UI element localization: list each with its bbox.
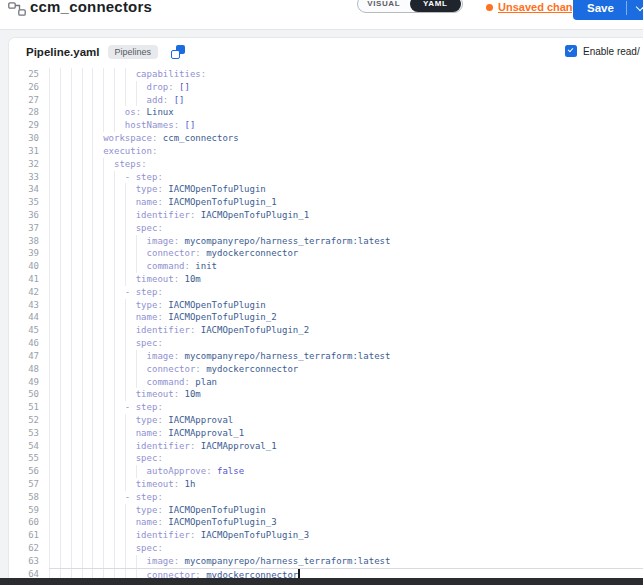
code-line[interactable]: 60 name: IACMOpenTofuPlugin_3 [9,516,643,529]
save-options-button[interactable] [627,7,643,10]
line-number: 36 [9,209,39,222]
code-line[interactable]: 45 identifier: IACMOpenTofuPlugin_2 [9,324,643,337]
code-line[interactable]: 39 connector: mydockerconnector [9,247,643,260]
code-line[interactable]: 36 identifier: IACMOpenTofuPlugin_1 [9,209,643,222]
file-name-tab[interactable]: Pipeline.yaml [26,46,100,58]
code-line-text[interactable]: - step: [49,171,643,184]
code-line-text[interactable]: timeout: 10m [49,273,643,286]
code-line-text[interactable]: drop: [] [49,81,643,94]
code-line[interactable]: 55 spec: [9,452,643,465]
code-line[interactable]: 28 os: Linux [9,106,643,119]
code-line-text[interactable]: connector: mydockerconnector [49,363,643,376]
code-line-text[interactable]: - step: [49,491,643,504]
code-line-text[interactable]: command: plan [49,376,643,389]
code-line[interactable]: 40 command: init [9,260,643,273]
check-icon [568,46,574,52]
code-line-text[interactable]: image: mycompanyrepo/harness_terraform:l… [49,350,643,363]
code-line[interactable]: 27 add: [] [9,94,643,107]
code-line[interactable]: 49 command: plan [9,376,643,389]
code-line[interactable]: 54 identifier: IACMApproval_1 [9,440,643,453]
code-line-text[interactable]: add: [] [49,94,643,107]
code-line-text[interactable]: connector: mydockerconnector [49,247,643,260]
save-button[interactable]: Save [573,2,626,14]
code-line[interactable]: 26 drop: [] [9,81,643,94]
code-line-text[interactable]: identifier: IACMApproval_1 [49,440,643,453]
code-line[interactable]: 34 type: IACMOpenTofuPlugin [9,183,643,196]
code-line[interactable]: 31 execution: [9,145,643,158]
code-line[interactable]: 30 workspace: ccm_connectors [9,132,643,145]
code-line-text[interactable]: hostNames: [] [49,119,643,132]
code-line-text[interactable]: execution: [49,145,643,158]
panel-header: Pipeline.yaml Pipelines Enable read/ [9,38,643,65]
code-line-text[interactable]: type: IACMOpenTofuPlugin [49,299,643,312]
code-line-text[interactable]: type: IACMOpenTofuPlugin [49,504,643,517]
code-line-text[interactable]: autoApprove: false [49,465,643,478]
code-line[interactable]: 48 connector: mydockerconnector [9,363,643,376]
code-line[interactable]: 62 spec: [9,542,643,555]
code-line-text[interactable]: - step: [49,286,643,299]
code-line-text[interactable]: timeout: 10m [49,388,643,401]
code-line[interactable]: 35 name: IACMOpenTofuPlugin_1 [9,196,643,209]
code-line-text[interactable]: name: IACMOpenTofuPlugin_3 [49,516,643,529]
code-line-text[interactable]: spec: [49,542,643,555]
code-line-text[interactable]: image: mycompanyrepo/harness_terraform:l… [49,555,643,568]
code-line-text[interactable]: name: IACMOpenTofuPlugin_2 [49,311,643,324]
code-line[interactable]: 52 type: IACMApproval [9,414,643,427]
toggle-yaml[interactable]: YAML [410,0,462,12]
code-line-text[interactable]: spec: [49,337,643,350]
toggle-visual[interactable]: VISUAL [358,0,410,12]
code-line[interactable]: 57 timeout: 1h [9,478,643,491]
enable-edit-toggle[interactable]: Enable read/ [565,45,640,57]
save-split-button[interactable]: Save [573,0,643,20]
bottom-edge-bar [0,578,643,585]
line-number: 56 [9,465,39,478]
code-line[interactable]: 47 image: mycompanyrepo/harness_terrafor… [9,350,643,363]
code-line[interactable]: 38 image: mycompanyrepo/harness_terrafor… [9,235,643,248]
code-line[interactable]: 29 hostNames: [] [9,119,643,132]
code-line[interactable]: 61 identifier: IACMOpenTofuPlugin_3 [9,529,643,542]
code-line[interactable]: 33 - step: [9,171,643,184]
code-line[interactable]: 42 - step: [9,286,643,299]
code-line-text[interactable]: type: IACMApproval [49,414,643,427]
code-line[interactable]: 53 name: IACMApproval_1 [9,427,643,440]
line-number: 52 [9,414,39,427]
code-line[interactable]: 58 - step: [9,491,643,504]
code-line[interactable]: 50 timeout: 10m [9,388,643,401]
code-line-text[interactable]: identifier: IACMOpenTofuPlugin_2 [49,324,643,337]
code-line-text[interactable]: workspace: ccm_connectors [49,132,643,145]
code-line[interactable]: 59 type: IACMOpenTofuPlugin [9,504,643,517]
code-line[interactable]: 63 image: mycompanyrepo/harness_terrafor… [9,555,643,568]
code-line[interactable]: 32 steps: [9,158,643,171]
yaml-code-editor[interactable]: 25 capabilities:26 drop: []27 add: []28 … [9,65,643,578]
top-bar: ccm_connectors VISUAL YAML Unsaved chang… [0,0,643,30]
code-line-text[interactable]: steps: [49,158,643,171]
line-number: 41 [9,273,39,286]
code-line-text[interactable]: spec: [49,452,643,465]
enable-edit-checkbox[interactable] [565,45,577,57]
copy-icon[interactable] [171,45,185,59]
line-number: 40 [9,260,39,273]
code-line-text[interactable]: capabilities: [49,68,643,81]
code-line[interactable]: 43 type: IACMOpenTofuPlugin [9,299,643,312]
code-line-text[interactable]: os: Linux [49,106,643,119]
code-line[interactable]: 37 spec: [9,222,643,235]
code-line[interactable]: 46 spec: [9,337,643,350]
code-line-text[interactable]: - step: [49,401,643,414]
code-line-text[interactable]: identifier: IACMOpenTofuPlugin_1 [49,209,643,222]
code-line-text[interactable]: name: IACMApproval_1 [49,427,643,440]
code-line-text[interactable]: type: IACMOpenTofuPlugin [49,183,643,196]
code-line[interactable]: 51 - step: [9,401,643,414]
code-line[interactable]: 64 connector: mydockerconnector [9,568,643,578]
visual-yaml-toggle[interactable]: VISUAL YAML [357,0,463,13]
code-line[interactable]: 25 capabilities: [9,68,643,81]
code-line-text[interactable]: command: init [49,260,643,273]
code-line-text[interactable]: identifier: IACMOpenTofuPlugin_3 [49,529,643,542]
code-line[interactable]: 44 name: IACMOpenTofuPlugin_2 [9,311,643,324]
code-line-text[interactable]: connector: mydockerconnector [49,568,643,578]
code-line-text[interactable]: image: mycompanyrepo/harness_terraform:l… [49,235,643,248]
code-line[interactable]: 56 autoApprove: false [9,465,643,478]
code-line-text[interactable]: timeout: 1h [49,478,643,491]
code-line-text[interactable]: name: IACMOpenTofuPlugin_1 [49,196,643,209]
code-line[interactable]: 41 timeout: 10m [9,273,643,286]
code-line-text[interactable]: spec: [49,222,643,235]
